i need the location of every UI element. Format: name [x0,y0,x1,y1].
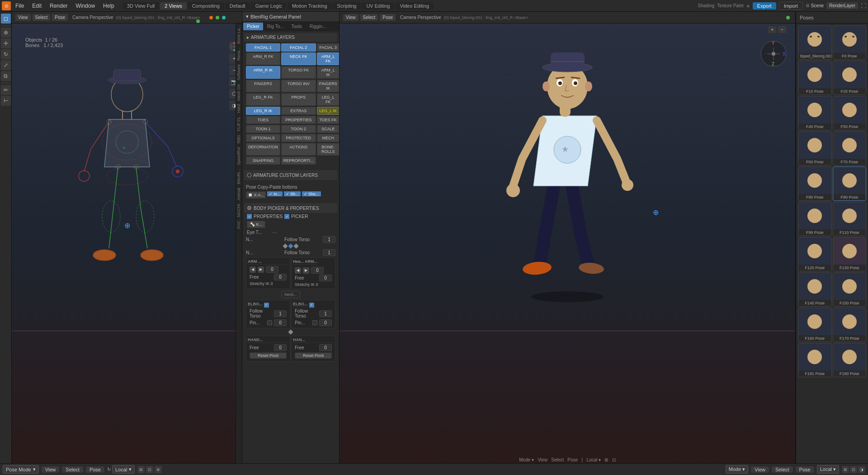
pose-item-f181[interactable]: F181 Pose [798,343,832,377]
left-vp-pose-menu[interactable]: Pose [52,14,68,21]
right-vp-select-menu[interactable]: Select [360,14,378,21]
import-button[interactable]: Import [779,2,803,10]
measure-tool[interactable]: ⊢ [1,96,11,106]
layer-toes-fk[interactable]: TOES FK [317,116,340,124]
blenrig-panel-collapse-icon[interactable]: ▾ [246,14,249,19]
pose-cb-sho[interactable]: ✓ Sho... [302,191,321,196]
left-vp-select-menu[interactable]: Select [33,14,51,21]
pose-item-f130[interactable]: F130 Pose [833,237,867,271]
side-label-animat[interactable]: Animat [236,186,241,202]
layer-torso-fk[interactable]: TORSO FK [281,66,316,79]
proportional-btn[interactable]: ⊗ [155,466,162,473]
pose-item-f110[interactable]: F110 Pose [833,202,867,236]
fullscreen-btn[interactable]: ⛶ [861,3,866,9]
elbow-diamond[interactable] [288,329,293,334]
pose-item-f160[interactable]: F160 Pose [798,308,832,342]
pose-item-f99[interactable]: F99 Pose [798,202,832,236]
right-vp-zoom-in[interactable]: + [768,26,776,33]
layer-protected[interactable]: PROTECTED [281,134,316,142]
armature-layers-header[interactable]: ▸ ARMATURE LAYERS [244,33,337,42]
layer-props[interactable]: PROPS [281,93,316,106]
scale-tool[interactable]: ⤢ [1,60,11,70]
layer-neck-fk[interactable]: NECK FK [281,52,316,65]
tab-tools[interactable]: Tools [288,23,305,30]
pose-item-f50[interactable]: F50 Pose [833,96,867,130]
side-label-mesh-on[interactable]: Mesh On [236,82,241,103]
k-btn[interactable]: 🦴 K... [247,221,265,228]
right-3d-viewport[interactable]: ★ [340,24,795,463]
view-btn-right[interactable]: View [751,466,769,473]
pose-btn-xa[interactable]: 🔲 X-A... [246,191,266,199]
workspace-scripting[interactable]: Scripting [333,2,361,10]
workspace-uv-editing[interactable]: UV Editing [362,2,394,10]
mode-dropdown-right[interactable]: Mode ▾ [726,465,749,474]
layer-arm-r-ik[interactable]: ARM_R IK [246,66,280,79]
select-btn-right[interactable]: Select [772,466,793,473]
gizmo-btn[interactable]: ⊡ [850,466,857,473]
transform-tool[interactable]: ⧉ [1,71,11,81]
pose-item-f190[interactable]: F190 Pose [833,343,867,377]
side-label-speedrot[interactable]: SpeedRot [236,145,241,167]
layer-actions[interactable]: ACTIONS [281,143,316,156]
side-label-flip-fl[interactable]: FLIP FL [236,115,241,133]
side-label-software[interactable]: Software [236,62,241,82]
cursor-tool[interactable]: ⊕ [1,28,11,38]
hand-left-free-val[interactable] [274,344,287,351]
pose-item-f140[interactable]: F140 Pose [798,272,832,307]
right-vp-pose-menu[interactable]: Pose [380,14,396,21]
diamond-1[interactable] [283,243,288,248]
layer-facial-1[interactable]: FACIAL 1 [246,43,280,52]
pose-item-f80[interactable]: F80 Pose [798,166,832,201]
blender-logo[interactable]: ◎ [2,1,11,10]
hand-right-free-val[interactable] [319,344,332,351]
neck-knob[interactable]: Neck... [281,291,300,298]
side-label-rena[interactable]: Rena... [236,46,241,62]
pose-item-f120[interactable]: F120 Pose [798,237,832,271]
layer-facial-3[interactable]: FACIAL 3 [317,43,340,52]
pose-item-f150[interactable]: F150 Pose [833,272,867,307]
layer-facial-2[interactable]: FACIAL 2 [281,43,316,52]
arm-left-val[interactable] [266,266,278,273]
elbow-right-pin-checkbox[interactable] [312,320,317,325]
elbow-left-checkbox[interactable]: ✓ [264,303,269,308]
pose-item-f0[interactable]: F0 Pose [833,25,867,60]
move-tool[interactable]: ✛ [1,38,11,48]
layer-snapping[interactable]: SNAPPING [246,157,280,165]
layer-arm-l-ik[interactable]: ARM_L IK [317,66,340,79]
body-picker-header[interactable]: ⚙ BODY PICKER & PROPERTIES [244,203,337,213]
elbow-left-pin-checkbox[interactable] [267,320,272,325]
elbow-right-follow-val[interactable] [319,310,332,317]
workspace-video-editing[interactable]: Video Editing [395,2,434,10]
side-label-blenrig[interactable]: BlenRi... [236,167,241,186]
layer-scale[interactable]: SCALE [317,125,340,133]
layer-reproporti[interactable]: REPROPORTI... [281,157,316,165]
pose-btn[interactable]: Pose [86,466,104,473]
layer-leg-r-ik[interactable]: LEG_R IK [246,107,280,115]
elbow-right-pin-val[interactable] [319,319,332,326]
workspace-default[interactable]: Default [225,2,250,10]
pose-btn-right[interactable]: Pose [796,466,814,473]
view-btn[interactable]: View [42,466,60,473]
texture-paint-label[interactable]: Texture Paint [717,3,743,8]
workspace-game-logic[interactable]: Game Logic [251,2,287,10]
side-label-rbd[interactable]: RBD [236,133,241,145]
pose-item-f60[interactable]: F60 Pose [798,131,832,166]
pose-item-f40[interactable]: F40 Pose [798,96,832,130]
arm-right-play-btn[interactable]: ▶ [303,267,309,274]
workspace-3d-view-full[interactable]: 3D View Full [123,2,160,10]
arm-left-prev-btn[interactable]: ◀ [250,266,256,273]
local-dropdown[interactable]: Local ▾ [112,465,135,474]
pose-cb-sh[interactable]: ✓ Sh... [284,191,301,196]
side-label-machi[interactable]: MACHI [236,202,241,219]
layer-leg-l-ik[interactable]: LEG_L IK [317,107,340,115]
right-nav-widget[interactable]: Y X Z [759,39,788,70]
layer-deformation[interactable]: DEFORMATION [246,143,280,156]
pose-item-f90[interactable]: F90 Pose [833,166,867,201]
elbow-left-pin-val[interactable] [274,319,287,326]
layer-toon-2[interactable]: TOON 2 [281,125,316,133]
layer-extras[interactable]: EXTRAS [281,107,316,115]
menu-file[interactable]: File [12,2,28,10]
custom-layers-header[interactable]: ⬡ ARMATURE CUSTOM LAYERS [244,170,337,180]
layer-mech[interactable]: MECH [317,134,340,142]
elbow-right-checkbox[interactable]: ✓ [309,303,314,308]
